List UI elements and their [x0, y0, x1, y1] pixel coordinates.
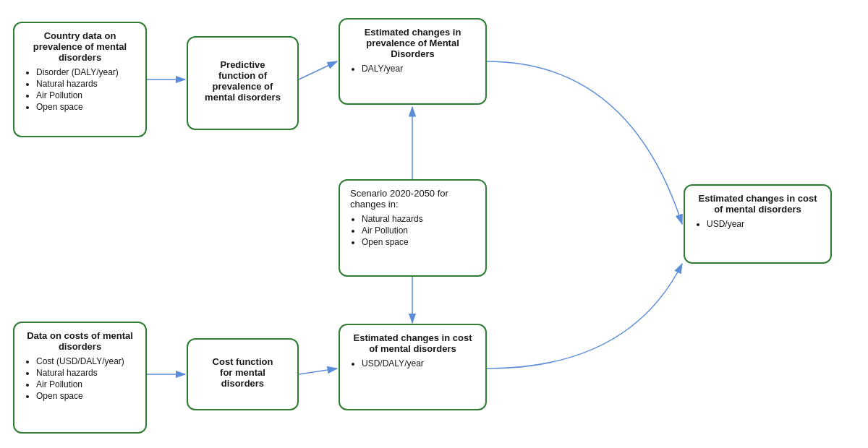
box-estimated-cost-right: Estimated changes in costof mental disor…	[684, 184, 832, 264]
box-scenario-list: Natural hazards Air Pollution Open space	[350, 214, 475, 247]
box-data-costs: Data on costs of mentaldisorders Cost (U…	[13, 322, 147, 434]
arrow-costfunction-to-cost	[299, 369, 337, 374]
list-item: Open space	[362, 237, 475, 247]
box-scenario: Scenario 2020-2050 forchanges in: Natura…	[339, 179, 487, 277]
arrow-prevalence-to-cost-right	[487, 61, 682, 224]
list-item: Disorder (DALY/year)	[36, 67, 135, 77]
list-item: USD/year	[707, 219, 820, 229]
arrow-predictive-to-prevalence	[299, 61, 337, 79]
diagram-container: Country data onprevalence of mentaldisor…	[0, 0, 868, 448]
list-item: Natural hazards	[36, 368, 135, 378]
list-item: Natural hazards	[362, 214, 475, 224]
list-item: Air Pollution	[36, 90, 135, 100]
box-estimated-cost-bottom-list: USD/DALY/year	[350, 358, 475, 369]
box-predictive-function-title: Predictivefunction ofprevalence ofmental…	[205, 59, 281, 103]
box-data-costs-title: Data on costs of mentaldisorders	[25, 330, 135, 352]
box-cost-function: Cost functionfor mentaldisorders	[187, 338, 299, 410]
arrow-cost-bottom-to-cost-right	[487, 264, 682, 369]
box-predictive-function: Predictivefunction ofprevalence ofmental…	[187, 36, 299, 130]
box-data-costs-list: Cost (USD/DALY/year) Natural hazards Air…	[25, 356, 135, 401]
list-item: Cost (USD/DALY/year)	[36, 356, 135, 366]
list-item: USD/DALY/year	[362, 358, 475, 369]
box-estimated-cost-right-list: USD/year	[695, 219, 820, 229]
list-item: Natural hazards	[36, 79, 135, 89]
box-estimated-prevalence-list: DALY/year	[350, 64, 475, 74]
box-estimated-prevalence: Estimated changes inprevalence of Mental…	[339, 18, 487, 105]
box-country-data-list: Disorder (DALY/year) Natural hazards Air…	[25, 67, 135, 112]
box-estimated-cost-bottom: Estimated changes in costof mental disor…	[339, 324, 487, 410]
box-estimated-cost-right-title: Estimated changes in costof mental disor…	[695, 193, 820, 215]
box-scenario-title: Scenario 2020-2050 forchanges in:	[350, 188, 475, 210]
list-item: Air Pollution	[36, 379, 135, 389]
box-estimated-prevalence-title: Estimated changes inprevalence of Mental…	[350, 27, 475, 59]
box-country-data-title: Country data onprevalence of mentaldisor…	[25, 30, 135, 63]
list-item: Open space	[36, 391, 135, 401]
box-country-data: Country data onprevalence of mentaldisor…	[13, 22, 147, 137]
list-item: DALY/year	[362, 64, 475, 74]
box-cost-function-title: Cost functionfor mentaldisorders	[213, 356, 273, 389]
box-estimated-cost-bottom-title: Estimated changes in costof mental disor…	[350, 332, 475, 354]
list-item: Open space	[36, 102, 135, 112]
list-item: Air Pollution	[362, 225, 475, 236]
